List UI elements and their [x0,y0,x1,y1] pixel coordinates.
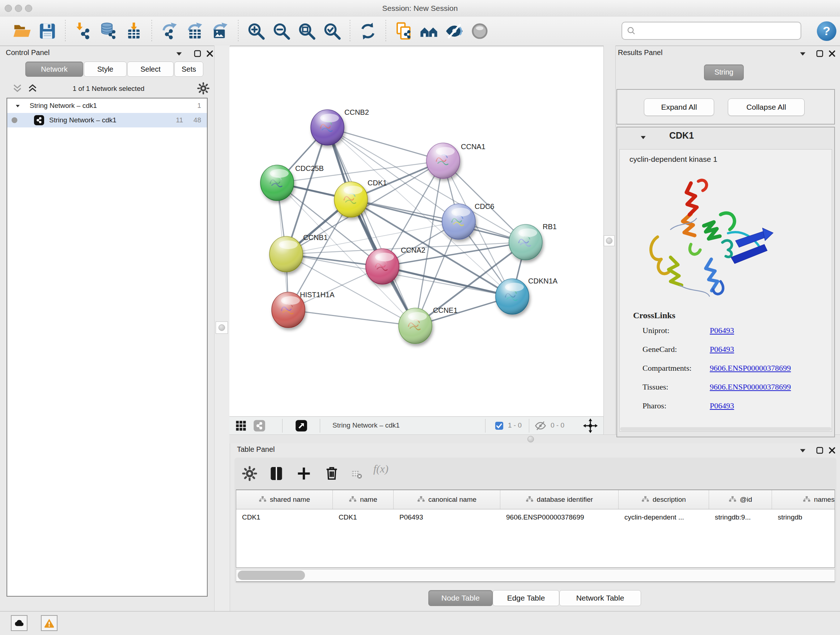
crosslink-link[interactable]: P06493 [710,326,734,335]
network-badge-icon[interactable] [253,419,266,432]
table-options-gear-icon[interactable] [242,466,257,481]
column-header-database-identifier[interactable]: database identifier [500,490,619,509]
pan-mode-icon[interactable] [583,418,598,434]
import-network-from-database-button[interactable] [99,21,118,41]
first-neighbors-button[interactable] [419,21,439,41]
column-header-description[interactable]: description [619,490,709,509]
add-column-icon[interactable] [296,466,312,481]
delete-column-icon[interactable] [324,465,340,481]
table-hscrollbar-thumb[interactable] [238,570,305,580]
selected-checkbox-icon[interactable] [494,421,504,431]
network-edge[interactable] [327,127,415,326]
table-cell[interactable]: CDK1 [333,509,393,525]
collapse-all-button[interactable]: Collapse All [728,98,805,116]
left-splitter-grip[interactable] [216,321,228,334]
network-node-CDKN1A[interactable] [496,279,529,314]
crosslink-link[interactable]: 9606.ENSP00000378699 [710,363,791,373]
collection-expand-icon[interactable] [14,103,21,109]
network-node-CDC6[interactable] [442,204,475,239]
table-panel-close-icon[interactable] [828,446,836,455]
tab-edge-table[interactable]: Edge Table [493,590,559,606]
table-cell[interactable]: CDK1 [236,509,333,525]
network-node-CDK1[interactable] [334,182,368,217]
export-image-button[interactable] [210,21,230,41]
expand-all-button[interactable]: Expand All [644,98,714,116]
table-row[interactable]: CDK1CDK1P064939606.ENSP00000378699cyclin… [236,509,835,525]
column-header-shared-name[interactable]: shared name [236,490,333,509]
tab-node-table[interactable]: Node Table [428,590,493,606]
network-row-selected[interactable]: String Network – cdk1 11 48 [7,113,207,127]
control-panel-close-icon[interactable] [205,49,214,58]
cloud-button[interactable] [11,615,27,631]
hidden-eye-icon[interactable] [534,420,547,432]
control-panel-float-icon[interactable] [193,49,202,58]
zoom-in-icon [246,36,266,42]
hide-selected-button[interactable] [445,21,464,41]
grid-mode-icon[interactable] [234,419,248,432]
network-edge[interactable] [327,127,443,161]
search-input[interactable] [639,23,801,38]
column-header--id[interactable]: @id [709,490,772,509]
crosslink-link[interactable]: P06493 [710,345,734,354]
table-cell[interactable]: P06493 [393,509,500,525]
network-panel-options-gear-icon[interactable] [197,82,210,95]
results-panel-collapse-icon[interactable] [799,50,807,58]
network-node-CCNE1[interactable] [399,308,432,344]
open-in-new-window-icon[interactable] [294,419,308,432]
show-columns-icon[interactable] [268,465,285,482]
tab-network[interactable]: Network [25,62,83,77]
results-scrollbar-track[interactable] [620,427,831,431]
network-node-CDC25B[interactable] [261,165,294,201]
results-panel-close-icon[interactable] [828,49,836,58]
save-session-button[interactable] [38,21,57,41]
table-cell[interactable]: stringdb:9... [709,509,772,525]
network-node-CCNB1[interactable] [270,236,303,272]
column-header-namespace[interactable]: namespace [772,490,835,509]
network-node-RB1[interactable] [509,225,542,260]
tab-sets[interactable]: Sets [174,62,203,77]
export-network-button[interactable] [160,21,180,41]
zoom-out-button[interactable] [272,21,291,41]
tab-network-table[interactable]: Network Table [559,590,641,606]
table-hscrollbar[interactable] [236,569,835,582]
control-panel-collapse-icon[interactable] [175,50,183,58]
string-protein-query-button[interactable] [394,21,414,41]
window-title: Session: New Session [0,4,840,13]
network-node-CCNA1[interactable] [426,143,460,179]
zoom-in-button[interactable] [246,21,266,41]
import-table-from-file-button[interactable] [124,21,144,41]
help-button[interactable]: ? [817,21,836,41]
right-splitter-grip[interactable] [604,235,615,246]
export-table-button[interactable] [185,21,205,41]
network-node-CCNA2[interactable] [366,249,399,284]
column-header-canonical-name[interactable]: canonical name [393,490,500,509]
network-collection-row[interactable]: String Network – cdk1 1 [7,98,207,113]
import-network-from-file-button[interactable] [73,21,93,41]
apply-layout-button[interactable] [358,21,378,41]
network-edge[interactable] [382,266,512,296]
table-cell[interactable]: cyclin-dependent ... [619,509,709,525]
table-cell[interactable]: 9606.ENSP00000378699 [500,509,619,525]
zoom-selected-button[interactable] [322,21,342,41]
network-edge[interactable] [288,310,415,326]
entry-collapse-icon[interactable] [639,134,647,141]
column-header-name[interactable]: name [333,490,393,509]
table-panel-float-icon[interactable] [815,446,824,455]
tab-style[interactable]: Style [84,62,126,77]
crosslink-link[interactable]: 9606.ENSP00000378699 [710,382,791,392]
table-cell[interactable]: stringdb [772,509,835,525]
show-all-button[interactable] [470,21,489,41]
results-panel-float-icon[interactable] [815,49,824,58]
tab-string[interactable]: String [704,65,744,80]
table-panel-collapse-icon[interactable] [799,447,807,455]
network-canvas[interactable]: CCNB2CCNA1CDC25BCDK1CDC6RB1CCNB1CCNA2CDK… [229,47,603,416]
network-edge[interactable] [351,200,526,242]
crosslink-link[interactable]: P06493 [710,401,734,410]
horizontal-splitter-grip[interactable] [527,436,534,442]
zoom-fit-button[interactable] [297,21,317,41]
network-node-CCNB2[interactable] [311,110,344,145]
tab-select[interactable]: Select [127,62,174,77]
crosslink-row: GeneCard: P06493 [619,345,832,363]
open-session-button[interactable] [12,21,32,41]
warnings-button[interactable] [41,615,57,631]
